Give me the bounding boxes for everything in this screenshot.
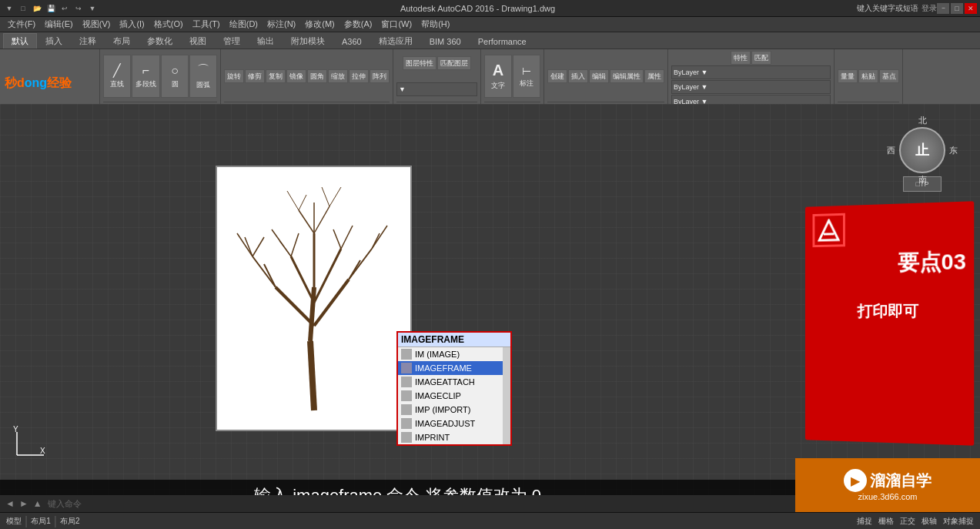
menu-draw[interactable]: 绘图(D): [225, 17, 263, 32]
scale-button[interactable]: 缩放: [328, 69, 348, 83]
menu-file[interactable]: 文件(F): [3, 17, 40, 32]
status-snap[interactable]: 捕捉: [854, 516, 875, 527]
text-icon: A: [493, 62, 503, 79]
ac-item-4[interactable]: IMP (IMPORT): [398, 403, 510, 417]
circle-button[interactable]: ○ 圆: [161, 55, 189, 98]
ac-item-3[interactable]: IMAGECLIP: [398, 389, 510, 403]
menu-params[interactable]: 参数(A): [339, 17, 377, 32]
command-input[interactable]: IMAGEFRAME: [398, 333, 510, 347]
arc-button[interactable]: ⌒ 圆弧: [189, 55, 217, 98]
new-button[interactable]: □: [17, 3, 29, 14]
status-osnap[interactable]: 对象捕捉: [940, 516, 977, 527]
tab-insert[interactable]: 插入: [37, 33, 71, 49]
bylayer-dropdown-1[interactable]: ByLayer ▼: [671, 65, 831, 79]
cmd-placeholder[interactable]: 键入命令: [45, 498, 792, 510]
rotate-button[interactable]: 旋转: [224, 69, 244, 83]
minimize-button[interactable]: －: [937, 3, 949, 14]
dimension-button[interactable]: ⊢ 标注: [513, 55, 540, 98]
fillet-button[interactable]: 圆角: [307, 69, 327, 83]
create-block-button[interactable]: 创建: [547, 69, 567, 83]
drawing-canvas[interactable]: IMAGEFRAME IM (IMAGE) IMAGEFRAME IMAGEAT…: [0, 104, 980, 512]
line-button[interactable]: ╱ 直线: [103, 55, 131, 98]
search-box[interactable]: 键入关键字或短语: [857, 3, 918, 14]
tab-bim360[interactable]: BIM 360: [421, 33, 470, 49]
mirror-button[interactable]: 镜像: [286, 69, 306, 83]
tab-view[interactable]: 视图: [181, 33, 215, 49]
attr-button[interactable]: 属性: [644, 69, 664, 83]
annotation-tools: A 文字 ⊢ 标注: [484, 51, 540, 102]
ac-icon-0: [401, 349, 412, 360]
svg-text:Y: Y: [13, 425, 18, 434]
stretch-button[interactable]: 拉伸: [349, 69, 369, 83]
status-layout1[interactable]: 布局1: [28, 516, 54, 527]
status-polar[interactable]: 极轴: [918, 516, 940, 527]
autocomplete-scrollbar[interactable]: [503, 347, 510, 444]
properties-button[interactable]: 特性: [731, 51, 751, 65]
menu-tools[interactable]: 工具(T): [188, 17, 225, 32]
menu-window[interactable]: 窗口(W): [376, 17, 416, 32]
ac-icon-4: [401, 404, 412, 415]
svg-line-17: [314, 206, 329, 233]
polyline-button[interactable]: ⌐ 多段线: [132, 55, 160, 98]
tab-output[interactable]: 输出: [249, 33, 283, 49]
ac-item-2[interactable]: IMAGEATTACH: [398, 375, 510, 389]
menu-dimension[interactable]: 标注(N): [263, 17, 300, 32]
ac-item-0[interactable]: IM (IMAGE): [398, 347, 510, 361]
cmd-nav-up[interactable]: ▲: [31, 498, 45, 509]
text-button[interactable]: A 文字: [484, 55, 512, 98]
array-button[interactable]: 阵列: [370, 69, 390, 83]
match-props-button[interactable]: 匹配: [751, 51, 771, 65]
layer-match-button[interactable]: 匹配图层: [437, 56, 471, 70]
edit-block-button[interactable]: 编辑: [589, 69, 609, 83]
tab-featured[interactable]: 精选应用: [370, 33, 421, 49]
status-model[interactable]: 模型: [3, 516, 25, 527]
info-panel-subtitle: 打印即可: [813, 300, 966, 322]
tab-layout[interactable]: 布局: [105, 33, 139, 49]
ac-item-1[interactable]: IMAGEFRAME: [398, 361, 510, 375]
svg-line-20: [299, 195, 306, 210]
tab-default[interactable]: 默认: [3, 33, 37, 49]
tab-addons[interactable]: 附加模块: [283, 33, 333, 49]
layer-props-button[interactable]: 图层特性: [403, 56, 436, 70]
tab-a360[interactable]: A360: [333, 33, 370, 49]
redo-button[interactable]: ↪: [72, 3, 85, 14]
maximize-button[interactable]: □: [951, 3, 963, 14]
tab-parametric[interactable]: 参数化: [139, 33, 181, 49]
menu-insert[interactable]: 插入(I): [115, 17, 149, 32]
cmd-nav-left[interactable]: ◄: [3, 498, 17, 509]
menu-format[interactable]: 格式(O): [149, 17, 188, 32]
status-ortho[interactable]: 正交: [897, 516, 918, 527]
app-menu-button[interactable]: ▼: [3, 3, 15, 14]
qat-dropdown[interactable]: ▼: [86, 3, 99, 14]
ac-item-6[interactable]: IMPRINT: [398, 430, 510, 444]
dimension-icon: ⊢: [522, 65, 531, 77]
menu-help[interactable]: 帮助(H): [416, 17, 454, 32]
edit-attr-button[interactable]: 编辑属性: [610, 69, 644, 83]
trim-button[interactable]: 修剪: [245, 69, 265, 83]
close-button[interactable]: ✕: [965, 3, 977, 14]
status-bar: 模型 | 布局1 | 布局2 捕捉 栅格 正交 极轴 对象捕捉: [0, 512, 980, 529]
tab-annotation[interactable]: 注释: [71, 33, 105, 49]
brand-circle-icon: ▶: [844, 469, 867, 492]
paste-button[interactable]: 粘贴: [858, 69, 878, 83]
tab-performance[interactable]: Performance: [470, 33, 535, 49]
layer-dropdown[interactable]: ▼: [396, 82, 477, 96]
tab-manage[interactable]: 管理: [215, 33, 249, 49]
cmd-nav-right[interactable]: ►: [17, 498, 31, 509]
menu-edit[interactable]: 编辑(E): [40, 17, 78, 32]
ac-item-5[interactable]: IMAGEADJUST: [398, 417, 510, 430]
bylayer-dropdown-2[interactable]: ByLayer ▼: [671, 80, 831, 94]
save-button[interactable]: 💾: [45, 3, 57, 14]
menu-view[interactable]: 视图(V): [78, 17, 115, 32]
open-button[interactable]: 📂: [31, 3, 43, 14]
measure-button[interactable]: 量量: [838, 69, 858, 83]
menu-modify[interactable]: 修改(M): [300, 17, 339, 32]
status-layout2[interactable]: 布局2: [57, 516, 83, 527]
ac-icon-1: [401, 363, 412, 373]
login-button[interactable]: 登录: [921, 3, 937, 14]
insert-block-button[interactable]: 插入: [568, 69, 588, 83]
base-button[interactable]: 基点: [879, 69, 899, 83]
copy-button[interactable]: 复制: [266, 69, 286, 83]
undo-button[interactable]: ↩: [59, 3, 71, 14]
status-grid[interactable]: 栅格: [875, 516, 897, 527]
